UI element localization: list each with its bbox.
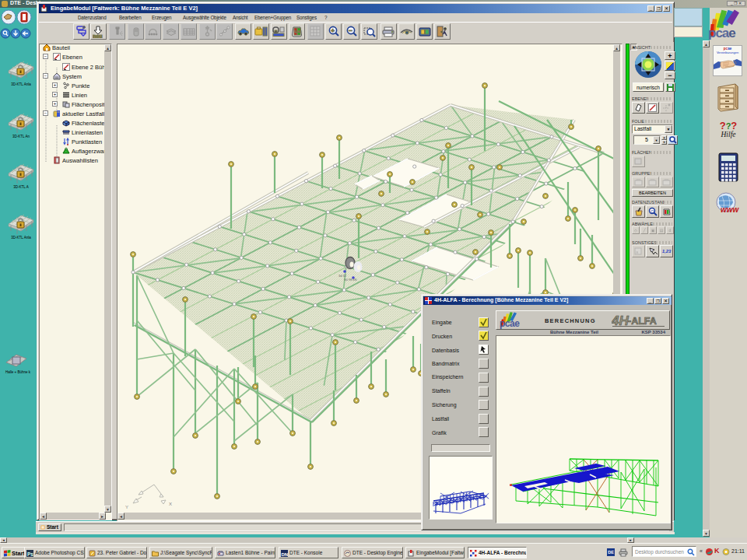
svg-text:neu: neu [93, 33, 102, 38]
svg-text:pcae: pcae [500, 318, 520, 329]
svg-text:-ALFA: -ALFA [628, 316, 657, 327]
svg-text:S0 98 kN: S0 98 kN [344, 278, 357, 282]
svg-text:Q: Q [651, 209, 654, 214]
svg-text:DN: DN [282, 551, 289, 556]
svg-text:−: − [349, 27, 352, 34]
svg-text:LAG: LAG [295, 30, 301, 33]
svg-text:pcae: pcae [708, 26, 735, 40]
svg-text:Y: Y [125, 505, 128, 509]
svg-text:4H: 4H [612, 314, 629, 327]
svg-text:X: X [169, 502, 172, 506]
svg-text:Ps: Ps [27, 551, 33, 556]
svg-text:+: + [331, 27, 335, 34]
